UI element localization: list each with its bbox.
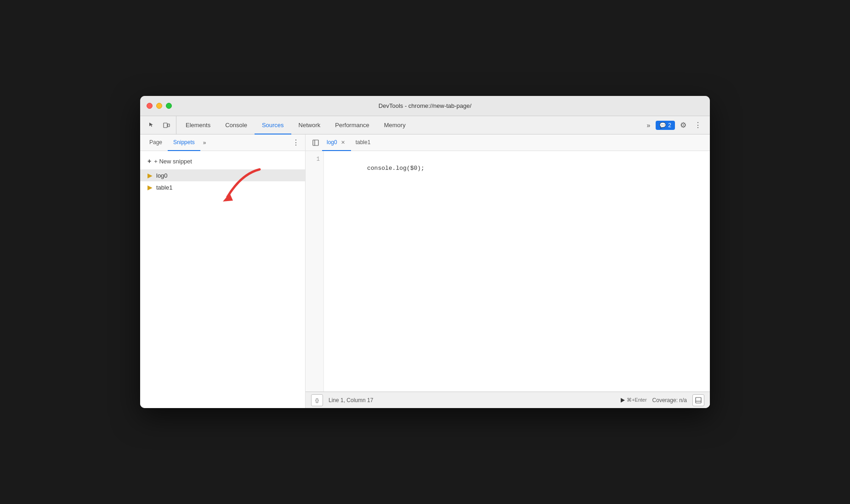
toolbar-tabs: Elements Console Sources Network Perform… [178, 116, 640, 134]
snippet-item-table1[interactable]: ▶ table1 [140, 181, 305, 193]
sidebar-tab-snippets[interactable]: Snippets [168, 134, 200, 151]
settings-icon[interactable]: ⚙ [677, 119, 690, 132]
format-button[interactable]: {} [311, 394, 323, 406]
svg-marker-2 [223, 193, 233, 202]
sidebar-tabs: Page Snippets » ⋮ [140, 134, 305, 151]
svg-rect-1 [168, 124, 170, 127]
snippet-name-table1: table1 [156, 184, 172, 191]
code-content[interactable]: console.log($0); [324, 151, 710, 392]
title-bar: DevTools - chrome://new-tab-page/ [140, 96, 710, 116]
sidebar-more-tabs[interactable]: » [200, 140, 209, 146]
overflow-menu-icon[interactable]: ⋮ [691, 119, 704, 132]
run-icon [621, 398, 625, 403]
status-bar: {} Line 1, Column 17 ⌘+Enter Coverage: n… [306, 392, 710, 408]
close-button[interactable] [147, 103, 153, 109]
tab-performance[interactable]: Performance [328, 116, 376, 134]
sidebar: Page Snippets » ⋮ + + New snippet ▶ log0… [140, 134, 306, 408]
snippet-name-log0: log0 [156, 172, 168, 179]
minimize-button[interactable] [156, 103, 162, 109]
svg-rect-0 [164, 123, 167, 128]
status-bar-left: {} Line 1, Column 17 [311, 394, 373, 406]
feedback-badge-btn[interactable]: 💬 2 [656, 121, 675, 130]
toolbar: Elements Console Sources Network Perform… [140, 116, 710, 134]
window-title: DevTools - chrome://new-tab-page/ [379, 102, 471, 109]
editor-tab-table1-label: table1 [356, 139, 371, 146]
plus-icon: + [147, 157, 151, 165]
code-editor[interactable]: 1 console.log($0); [306, 151, 710, 392]
editor-area: log0 ✕ table1 1 console.log($0); [306, 134, 710, 408]
snippet-icon-table1: ▶ [147, 184, 153, 191]
tab-console[interactable]: Console [218, 116, 255, 134]
run-shortcut: ⌘+Enter [627, 397, 647, 403]
sidebar-tab-page[interactable]: Page [144, 134, 168, 151]
editor-tab-table1[interactable]: table1 [351, 134, 375, 151]
tab-sources[interactable]: Sources [255, 116, 291, 134]
device-toggle-icon[interactable] [160, 119, 172, 131]
tray-button[interactable] [692, 394, 704, 406]
editor-tab-log0-label: log0 [327, 139, 337, 146]
sidebar-toggle-icon[interactable] [309, 136, 322, 149]
run-button[interactable]: ⌘+Enter [621, 397, 647, 403]
more-tabs-btn[interactable]: » [643, 122, 654, 129]
main-content: Page Snippets » ⋮ + + New snippet ▶ log0… [140, 134, 710, 408]
toolbar-right: » 💬 2 ⚙ ⋮ [640, 116, 708, 134]
inspect-icon[interactable] [146, 119, 158, 131]
close-tab-log0[interactable]: ✕ [340, 139, 346, 146]
line-number-1: 1 [306, 155, 320, 164]
snippet-item-log0[interactable]: ▶ log0 [140, 169, 305, 181]
editor-tabs: log0 ✕ table1 [306, 134, 710, 151]
sidebar-content: + + New snippet ▶ log0 ▶ table1 [140, 151, 305, 408]
tab-network[interactable]: Network [291, 116, 328, 134]
tab-memory[interactable]: Memory [377, 116, 413, 134]
svg-rect-3 [313, 140, 318, 146]
toolbar-icon-group [142, 116, 176, 134]
tab-elements[interactable]: Elements [178, 116, 218, 134]
traffic-lights [147, 103, 172, 109]
cursor-position: Line 1, Column 17 [329, 397, 373, 403]
svg-rect-5 [696, 398, 701, 403]
maximize-button[interactable] [166, 103, 172, 109]
line-numbers: 1 [306, 151, 324, 392]
coverage-label: Coverage: n/a [652, 397, 687, 403]
new-snippet-button[interactable]: + + New snippet [140, 155, 305, 168]
new-snippet-label: + New snippet [154, 158, 192, 165]
snippet-icon-log0: ▶ [147, 172, 153, 179]
sidebar-menu-icon[interactable]: ⋮ [290, 137, 301, 148]
editor-tab-log0[interactable]: log0 ✕ [322, 134, 351, 151]
feedback-count: 2 [668, 122, 671, 129]
code-line-1: console.log($0); [367, 165, 425, 172]
feedback-icon: 💬 [659, 122, 666, 129]
status-bar-right: ⌘+Enter Coverage: n/a [621, 394, 704, 406]
